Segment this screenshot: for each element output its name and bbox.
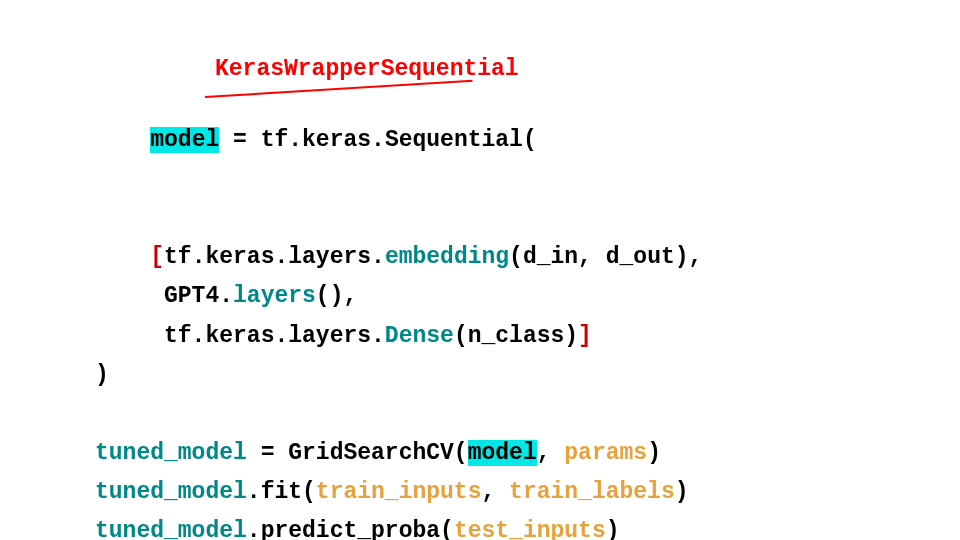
train-labels-arg: train_labels	[509, 479, 675, 505]
test-inputs-arg: test_inputs	[454, 518, 606, 540]
params-arg: params	[564, 440, 647, 466]
train-inputs-arg: train_inputs	[316, 479, 482, 505]
bracket-open: [	[150, 244, 164, 270]
layers-fn: layers	[233, 283, 316, 309]
code-line-4: tf.keras.layers.Dense(n_class)]	[95, 317, 702, 356]
blank-line	[95, 395, 702, 434]
code-line-5: )	[95, 356, 702, 395]
tuned-var: tuned_model	[95, 440, 247, 466]
code-block: KerasWrapperSequential model = tf.keras.…	[95, 82, 702, 540]
code-line-2: [tf.keras.layers.embedding(d_in, d_out),	[95, 238, 702, 277]
code-line-1: model = tf.keras.Sequential(	[95, 82, 702, 238]
struck-text: tf.keras.Sequential	[261, 127, 523, 153]
embedding-fn: embedding	[385, 244, 509, 270]
model-var-ref: model	[468, 440, 537, 466]
strike-line	[205, 80, 473, 98]
model-var-def: model	[150, 127, 219, 153]
dense-fn: Dense	[385, 323, 454, 349]
bracket-close: ]	[578, 323, 592, 349]
code-line-9: tuned_model.predict_proba(test_inputs)	[95, 512, 702, 540]
code-line-8: tuned_model.fit(train_inputs, train_labe…	[95, 473, 702, 512]
code-line-7: tuned_model = GridSearchCV(model, params…	[95, 434, 702, 473]
code-line-3: GPT4.layers(),	[95, 277, 702, 316]
